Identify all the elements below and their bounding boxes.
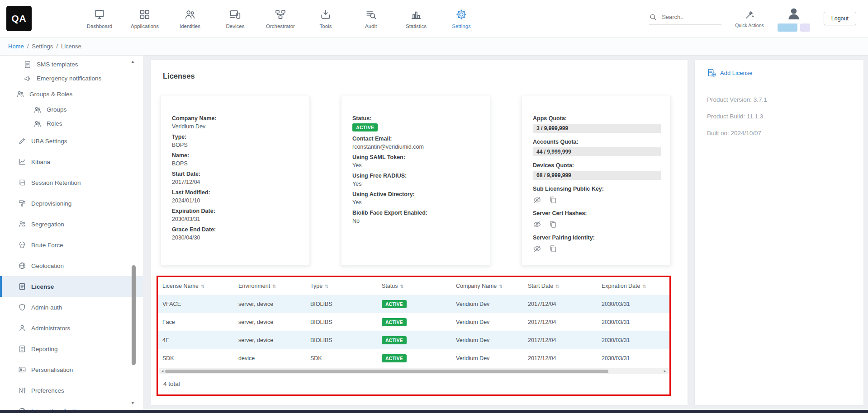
people-icon — [18, 220, 26, 228]
sidebar-item-roles[interactable]: Roles — [0, 117, 143, 131]
eye-off-icon[interactable] — [533, 220, 541, 229]
sidebar-item-sms-templates[interactable]: SMS templates — [0, 57, 143, 71]
type-value: BOPS — [172, 142, 300, 148]
sidebar-item-emergency-notifications[interactable]: Emergency notifications — [0, 71, 143, 85]
start-date-value: 2017/12/04 — [172, 179, 300, 185]
sort-icon[interactable]: ⇅ — [201, 284, 204, 289]
megaphone-icon — [24, 75, 32, 83]
sidebar-item-reporting[interactable]: Reporting — [0, 338, 143, 359]
nav-settings[interactable]: Settings — [439, 9, 484, 29]
nav-audit[interactable]: Audit — [348, 9, 394, 29]
breadcrumb-settings[interactable]: Settings — [32, 43, 53, 50]
sidebar-item-groups-roles[interactable]: Groups & Roles — [0, 85, 143, 103]
sidebar-item-label: Segregation — [31, 221, 64, 228]
sidebar-item-groups[interactable]: Groups — [0, 103, 143, 117]
table-row[interactable]: VFACE server, device BIOLIBS ACTIVE Veri… — [158, 295, 669, 313]
window-bottom-edge — [0, 410, 868, 413]
free-radius-value: Yes — [352, 181, 480, 187]
status-badge: ACTIVE — [352, 123, 378, 131]
horizontal-scroll-thumb[interactable] — [165, 370, 608, 373]
biolib-face-export-label: Biolib Face Export Enabled: — [352, 210, 480, 216]
copy-icon[interactable] — [549, 220, 557, 229]
sidebar-item-label: Emergency notifications — [37, 75, 101, 82]
cell-start-date: 2017/12/04 — [523, 349, 597, 367]
scroll-right-icon[interactable]: ► — [663, 369, 667, 373]
logout-button[interactable]: Logout — [824, 12, 856, 25]
sidebar-item-geolocation[interactable]: Geolocation — [0, 255, 143, 276]
app-logo[interactable]: QA — [6, 6, 32, 31]
sort-icon[interactable]: ⇅ — [400, 284, 403, 289]
cell-expiration-date: 2030/03/31 — [597, 295, 669, 313]
sidebar-item-label: Geolocation — [31, 263, 64, 269]
swatch-secondary[interactable] — [800, 23, 810, 32]
nav-statistics[interactable]: Statistics — [394, 9, 439, 29]
nav-label: Applications — [131, 23, 159, 29]
search-icon[interactable] — [649, 13, 657, 21]
search-input[interactable] — [662, 14, 721, 20]
eye-off-icon[interactable] — [533, 244, 541, 253]
sidebar-item-internationalization[interactable]: Internationalization — [0, 401, 143, 410]
company-name-value: Veridium Dev — [172, 123, 300, 130]
nav-devices[interactable]: Devices — [213, 9, 258, 29]
eye-off-icon[interactable] — [533, 196, 541, 204]
avatar[interactable] — [786, 6, 802, 21]
table-row[interactable]: Face server, device BIOLIBS ACTIVE Verid… — [158, 313, 669, 331]
sidebar-scroll-up-icon[interactable]: ▲ — [131, 59, 135, 64]
sub-licensing-key-label: Sub Licensing Public Key: — [533, 186, 661, 192]
sidebar-item-deprovisioning[interactable]: Deprovisioning — [0, 193, 143, 214]
status-badge: ACTIVE — [382, 300, 407, 308]
grace-end-date-label: Grace End Date: — [172, 226, 300, 233]
add-license-label: Add License — [720, 70, 753, 76]
sidebar-item-admin-auth[interactable]: Admin auth — [0, 297, 143, 318]
quick-actions-button[interactable]: Quick Actions — [735, 9, 764, 28]
sidebar-item-label: Groups — [47, 106, 66, 113]
table-row[interactable]: 4F server, device BIOLIBS ACTIVE Veridiu… — [158, 331, 669, 349]
nav-dashboard[interactable]: Dashboard — [77, 9, 122, 29]
nav-applications[interactable]: Applications — [122, 9, 167, 29]
contact-email-label: Contact Email: — [352, 136, 480, 142]
table-row[interactable]: SDK device SDK ACTIVE Veridium Dev 2017/… — [158, 349, 669, 367]
page-title: Licenses — [163, 72, 688, 80]
sidebar-item-kibana[interactable]: Kibana — [0, 151, 143, 172]
sidebar-item-session-retention[interactable]: Session Retention — [0, 172, 143, 193]
copy-icon[interactable] — [549, 244, 557, 253]
sidebar-item-administrators[interactable]: Administrators — [0, 318, 143, 338]
sidebar-item-uba-settings[interactable]: UBA Settings — [0, 131, 143, 151]
sort-icon[interactable]: ⇅ — [642, 284, 646, 289]
col-expiration-date[interactable]: Expiration Date⇅ — [597, 277, 669, 295]
sidebar-item-brute-force[interactable]: Brute Force — [0, 235, 143, 255]
sidebar-item-preferences[interactable]: Preferences — [0, 380, 143, 401]
nav-orchestrator[interactable]: Orchestrator — [258, 9, 303, 29]
saml-token-label: Using SAML Token: — [352, 154, 480, 160]
col-license-name[interactable]: License Name⇅ — [158, 277, 234, 295]
free-radius-label: Using Free RADIUS: — [352, 173, 480, 179]
add-license-button[interactable]: Add License — [707, 68, 863, 77]
sort-icon[interactable]: ⇅ — [499, 284, 503, 289]
col-type[interactable]: Type⇅ — [306, 277, 377, 295]
table-horizontal-scrollbar[interactable]: ◄ ► — [159, 368, 669, 374]
sort-icon[interactable]: ⇅ — [325, 284, 328, 289]
col-status[interactable]: Status⇅ — [377, 277, 451, 295]
sort-icon[interactable]: ⇅ — [555, 284, 559, 289]
copy-icon[interactable] — [549, 196, 557, 204]
sidebar-scroll-down-icon[interactable]: ▼ — [131, 401, 135, 405]
logo-text: QA — [11, 13, 27, 24]
sidebar-scrollbar[interactable] — [132, 265, 136, 365]
swatch-primary[interactable] — [778, 23, 797, 32]
col-environment[interactable]: Environment⇅ — [234, 277, 306, 295]
sidebar-item-segregation[interactable]: Segregation — [0, 214, 143, 235]
document-icon — [24, 61, 32, 69]
breadcrumb-home[interactable]: Home — [8, 43, 24, 50]
sliders-icon — [18, 386, 26, 394]
col-company-name[interactable]: Company Name⇅ — [451, 277, 523, 295]
nav-identities[interactable]: Identities — [167, 9, 213, 29]
identities-icon — [184, 9, 196, 20]
scroll-left-icon[interactable]: ◄ — [161, 369, 164, 373]
col-start-date[interactable]: Start Date⇅ — [523, 277, 597, 295]
sidebar-item-license[interactable]: License — [0, 276, 143, 297]
active-directory-label: Using Active Directory: — [352, 191, 480, 197]
nav-tools[interactable]: Tools — [303, 9, 348, 29]
sidebar-item-label: UBA Settings — [31, 138, 67, 145]
sidebar-item-personalisation[interactable]: Personalisation — [0, 359, 143, 380]
sort-icon[interactable]: ⇅ — [272, 284, 276, 289]
